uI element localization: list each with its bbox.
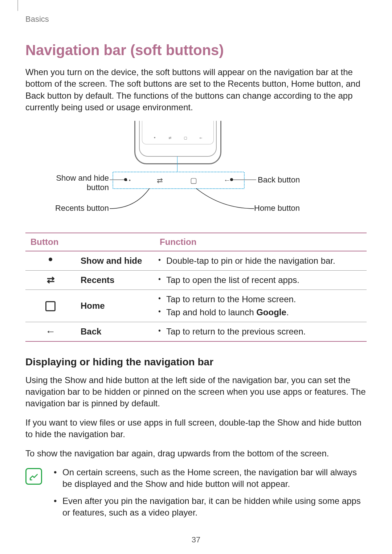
lead-show-hide [110,180,124,180]
recents-icon: ⇄ [47,274,54,285]
home-icon [45,301,56,311]
table-row: • Show and hide Double-tap to pin or hid… [25,251,367,271]
lead-curve-home [192,188,254,214]
row-name-back: Back [75,322,155,341]
breadcrumb: Basics [25,15,367,24]
phone-outline: • ⇄ ▢ ← [134,121,221,164]
note-item: Even after you pin the navigation bar, i… [52,495,367,524]
page-number: 37 [0,535,392,545]
enlarged-home-glyph: ▢ [189,176,198,185]
lead-curve-recents [110,188,157,214]
diagram-label-home: Home button [254,204,300,213]
mini-show-hide-dot: • [153,135,156,140]
icon-home [25,290,75,322]
navbar-diagram: • ⇄ ▢ ← • • ⇄ ▢ ← Show and hide button [25,121,367,222]
table-row: ⇄ Recents Tap to open the list of recent… [25,270,367,290]
row-name-home: Home [75,290,155,322]
lead-dot-show-hide [124,178,127,181]
row-func-recents: Tap to open the list of recent apps. [155,270,367,290]
subheading-display-hide: Displaying or hiding the navigation bar [25,356,367,368]
button-function-table: Button Function • Show and hide Double-t… [25,233,367,342]
page-top-tick [17,0,18,11]
lead-dot-back [230,178,233,181]
phone-screen-area: • ⇄ ▢ ← [142,121,214,144]
phone-inner-outline: • ⇄ ▢ ← [139,121,217,157]
dot-icon: • [48,252,53,267]
table-header-button: Button [25,233,155,251]
diagram-label-recents: Recents button [47,204,109,213]
enlarged-recents-glyph: ⇄ [156,176,164,185]
section-title: Navigation bar (soft buttons) [25,42,367,58]
body-paragraph-1: Using the Show and hide button at the le… [25,374,367,410]
body-paragraph-2: If you want to view files or use apps in… [25,417,367,440]
note-item: On certain screens, such as the Home scr… [52,467,367,495]
mini-navbar: • ⇄ ▢ ← [147,134,209,142]
row-func-show-hide: Double-tap to pin or hide the navigation… [155,251,367,271]
note-block: On certain screens, such as the Home scr… [25,467,367,524]
mini-home-glyph: ▢ [184,135,187,140]
table-row: Home Tap to return to the Home screen. T… [25,290,367,322]
lead-back [232,180,256,180]
row-func-home: Tap to return to the Home screen. Tap an… [155,290,367,322]
table-row: ← Back Tap to return to the previous scr… [25,322,367,341]
note-list: On certain screens, such as the Home scr… [52,467,367,524]
diagram-label-back: Back button [258,175,300,185]
row-name-recents: Recents [75,270,155,290]
icon-back: ← [25,322,75,341]
icon-recents: ⇄ [25,270,75,290]
enlarged-navbar: • • ⇄ ▢ ← [113,172,245,189]
intro-paragraph: When you turn on the device, the soft bu… [25,66,367,114]
body-paragraph-3: To show the navigation bar again, drag u… [25,448,367,459]
back-icon: ← [45,326,56,337]
diagram-label-show-hide: Show and hide button [36,173,109,192]
table-header-function: Function [155,233,367,251]
note-icon [25,468,42,485]
icon-show-hide: • [25,251,75,271]
row-func-back: Tap to return to the previous screen. [155,322,367,341]
mini-recents-glyph: ⇄ [169,135,172,140]
mini-back-glyph: ← [200,135,203,140]
row-name-show-hide: Show and hide [75,251,155,271]
zoom-indicator-line [177,156,177,172]
